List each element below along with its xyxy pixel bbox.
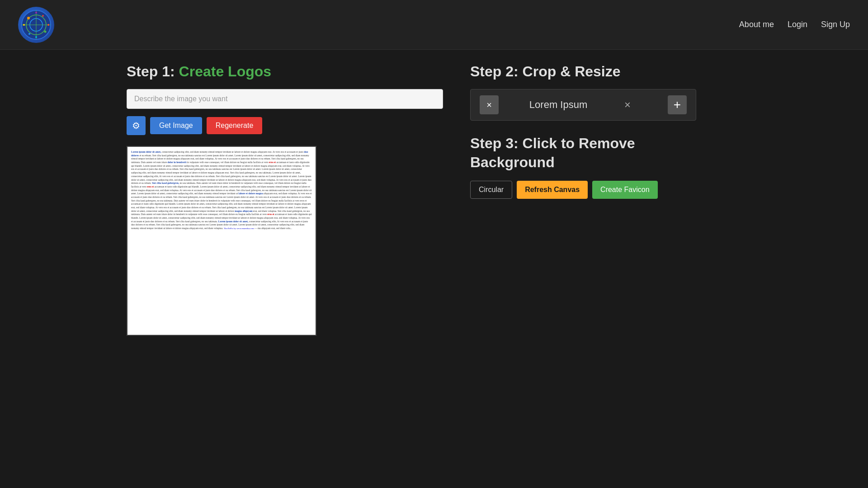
step1-title: Step 1: Create Logos [127,63,443,80]
step3-action: Click to Remove [523,135,635,151]
step3-title: Step 3: Click to Remove Background [470,134,696,172]
svg-point-6 [42,15,44,17]
crop-add-button[interactable]: + [668,95,687,114]
step1-number: Step 1: [127,63,175,80]
action-buttons: ⚙ Get Image Regenerate [127,116,443,135]
svg-point-12 [35,36,37,38]
crop-close-button[interactable]: × [618,95,637,114]
svg-point-9 [35,12,37,14]
main-content: Step 1: Create Logos ⚙ Get Image Regener… [0,50,868,349]
lorem-text: Lorem ipsum dolor sit amet, consectetur … [127,147,316,234]
svg-point-7 [44,30,47,33]
signup-link[interactable]: Sign Up [821,20,850,29]
create-favicon-button[interactable]: Create Favicon [592,181,658,199]
refresh-canvas-button[interactable]: Refresh Canvas [517,181,588,199]
crop-label-text: Lorem Ipsum [529,99,587,111]
logo-image [18,7,54,43]
image-description-input[interactable] [127,89,443,109]
svg-point-11 [23,24,25,26]
step2-number: Step 2: [470,63,519,80]
logo-area [18,7,54,43]
step3-number: Step 3: [470,135,519,151]
x-left-icon: × [486,100,492,110]
plus-icon: + [674,98,681,112]
about-me-link[interactable]: About me [739,20,774,29]
regenerate-button[interactable]: Regenerate [207,117,263,134]
step2-action: Crop & Resize [523,63,621,80]
settings-button[interactable]: ⚙ [127,116,146,135]
step3-action2: Background [470,154,555,170]
nav: About me Login Sign Up [739,20,850,29]
login-link[interactable]: Login [788,20,807,29]
circular-button[interactable]: Circular [470,181,512,199]
step1-action: Create Logos [179,63,271,80]
svg-point-10 [47,24,49,26]
right-column: Step 2: Crop & Resize × Lorem Ipsum × + … [470,63,696,336]
step3-buttons: Circular Refresh Canvas Create Favicon [470,181,696,199]
left-column: Step 1: Create Logos ⚙ Get Image Regener… [127,63,443,336]
header: About me Login Sign Up [0,0,868,50]
svg-point-8 [28,33,30,35]
crop-resize-bar: × Lorem Ipsum × + [470,89,696,121]
image-preview: Lorem ipsum dolor sit amet, consectetur … [127,146,316,336]
close-icon: × [624,99,631,111]
get-image-button[interactable]: Get Image [150,117,202,134]
crop-remove-button[interactable]: × [480,95,499,114]
gear-icon: ⚙ [132,120,140,131]
svg-point-5 [27,17,30,19]
preview-content: Lorem ipsum dolor sit amet, consectetur … [127,147,316,335]
step2-title: Step 2: Crop & Resize [470,63,696,80]
